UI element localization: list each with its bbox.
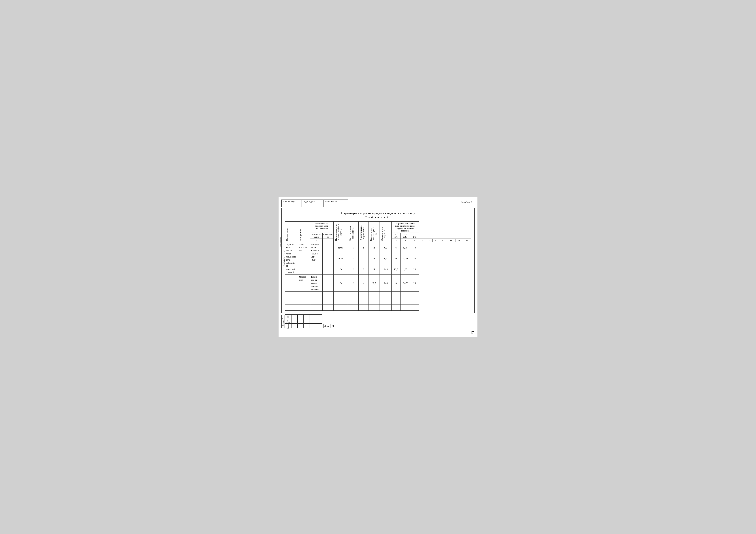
row4-col8: I2,5: [369, 275, 380, 292]
row4-col12: 24: [410, 275, 419, 292]
col3-subheader: Наимено-вание: [312, 233, 321, 238]
row2-col12: 24: [410, 253, 419, 264]
inv-podl-label: Инв. № подл.: [283, 200, 300, 203]
colnum-12: I2: [463, 239, 471, 242]
colnum-10: IO: [446, 239, 455, 242]
row2-col8: II: [369, 253, 380, 264]
colnum-5: 5: [410, 239, 419, 242]
colnum-7: 7: [426, 239, 433, 242]
row1-col2: Учас-ток ТО иТР: [299, 243, 308, 252]
row4-col3: Шкафдля за-рядкиаккуму-ляторов: [310, 275, 323, 292]
colnum-1: I: [310, 239, 323, 242]
row4-col6: I: [348, 275, 359, 292]
col12-subheader: T°C: [413, 236, 417, 238]
sheet-label: Лист: [323, 324, 330, 328]
format-a4-label: Формат А4: [281, 315, 284, 328]
stamp-row3-2: [297, 323, 304, 328]
stamp-empty-3: [304, 319, 310, 323]
row1-col1: Гараж на Учас-ток 10 грузо-товых авто-ТО…: [286, 243, 297, 273]
footer-area: Формат А4 П3 Инв. №: [281, 315, 475, 328]
stamp-cell-1: [291, 315, 297, 319]
row1-col11: 0,I8I: [400, 242, 410, 253]
data-table: Производство Цех, участок Источники вы-д…: [285, 221, 471, 311]
stamp-empty-5: [316, 319, 322, 323]
row2-col10: II: [392, 253, 400, 264]
row1-col8: II: [369, 242, 380, 253]
row3-col5: -"-: [334, 264, 348, 275]
row4-col7: 4: [359, 275, 369, 292]
stamp-row3-3: [304, 323, 310, 328]
row4-col10: 3: [392, 275, 400, 292]
stamp-cell-4: [310, 315, 316, 319]
colnum-8: 8: [433, 239, 439, 242]
row2-col9: 0,2: [380, 253, 392, 264]
row1-col3: Автомо-билиКАМАЗ--5320 иЗИЛ--4314: [311, 243, 319, 261]
col4-subheader: Количест-во: [323, 233, 333, 238]
stamp-row3-1: [291, 323, 297, 328]
row2-col7: 2: [359, 253, 369, 264]
row3-col4: I: [323, 264, 334, 275]
main-content: Параметры выбросов вредных веществ в атм…: [281, 208, 475, 313]
row4-col2: Мастер-ская: [298, 275, 310, 292]
stamp-empty-4: [310, 319, 316, 323]
stamp-format-code: П3: [285, 315, 291, 319]
row1-col9: 0,2: [380, 242, 392, 253]
podp-data-label: Подп. и дата: [303, 200, 322, 203]
page: Инв. № подл. Подп. и дата Взам. инв. № А…: [279, 197, 477, 337]
row1-col4: I: [323, 242, 334, 253]
colnum-9: 9: [439, 239, 446, 242]
table-row-empty: [285, 304, 471, 311]
sheet-number: 46: [331, 324, 336, 328]
col10-subheader: W°м/с: [394, 233, 398, 238]
stamp-row3-4: [310, 323, 316, 328]
stamp-prikazm-label: Приказм: [285, 323, 291, 328]
colnum-6: 6: [419, 239, 426, 242]
stamp-cell-5: [316, 315, 322, 319]
row2-col6: I: [348, 253, 359, 264]
row2-col11: 0,344: [400, 253, 410, 264]
col3-group-header: Источники вы-деления вред-ных веществ: [314, 222, 329, 230]
table-subtitle: Т а б л и ц а 8.I: [285, 216, 471, 219]
row1-col6: I: [348, 242, 359, 253]
row3-col8: II: [369, 264, 380, 275]
stamp-grid: П3 Инв. № Приказм: [285, 315, 322, 328]
table-row-empty: [285, 292, 471, 298]
code-label: 503-I-84.I3.9I: [283, 250, 285, 266]
stamp-empty-2: [297, 319, 304, 323]
colnum-2: 2: [323, 239, 334, 242]
col10-group-header: Параметры газовоз-душной смеси на вы-ход…: [395, 222, 416, 232]
colnum-11: II: [455, 239, 463, 242]
row1-col12: 70: [410, 242, 419, 253]
col5-header: Наименование ис-точника выброса(труба): [335, 223, 342, 242]
row2-col4: I: [323, 253, 334, 264]
row3-col7: 3: [359, 264, 369, 275]
row1-col10: 6: [392, 242, 400, 253]
row2-col5: То же: [334, 253, 348, 264]
page-title: Параметры выбросов вредных веществ в атм…: [285, 212, 471, 215]
row3-col9: 0,45: [380, 264, 392, 275]
row4-col1: [285, 275, 298, 292]
col1-header: Производство: [286, 227, 289, 242]
table-row-empty: [285, 298, 471, 304]
kopiroval-label: Копировал: [280, 237, 282, 247]
row4-col11: 0,472: [400, 275, 410, 292]
stamp-empty-1: [291, 319, 297, 323]
colnum-3: 3: [392, 239, 400, 242]
row4-col4: I: [323, 275, 334, 292]
stamp-cell-2: [297, 315, 304, 319]
table-row: Гараж на Учас-ток 10 грузо-товых авто-ТО…: [285, 242, 471, 253]
col11-subheader: V²м3/с: [403, 233, 407, 238]
stamp-cell-3: [304, 315, 310, 319]
row4-col5: -"-: [334, 275, 348, 292]
col2-header: Цех, участок: [299, 228, 302, 242]
table-row: Мастер-ская Шкафдля за-рядкиаккуму-лятор…: [285, 275, 471, 292]
col7-header: № источника накарте-схеме: [360, 225, 365, 242]
row4-col9: 0,45: [380, 275, 392, 292]
row1-col7: I: [359, 242, 369, 253]
row3-col6: I: [348, 264, 359, 275]
row1-col5: труба: [334, 242, 348, 253]
row3-col12: 24: [410, 264, 419, 275]
row3-col10: IO,5: [392, 264, 400, 275]
row3-col11: I,65: [400, 264, 410, 275]
vzam-inv-label: Взам. инв. №: [325, 200, 346, 203]
